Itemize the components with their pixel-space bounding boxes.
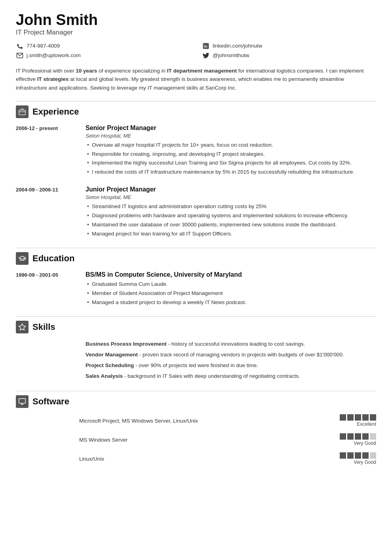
exp-bullets-1: Oversaw all major hospital IT projects f… xyxy=(86,141,376,177)
skills-icon xyxy=(16,321,29,333)
exp-bullet-2-4: Managed project for lean training for al… xyxy=(86,230,376,238)
software-title: Software xyxy=(32,396,69,407)
skill-3: Project Scheduling - over 90% of project… xyxy=(86,361,376,370)
resume-header: John Smith IT Project Manager 774-987-40… xyxy=(16,12,376,59)
dot-2-5 xyxy=(370,433,376,440)
education-icon xyxy=(16,252,29,265)
edu-bullet-1-1: Graduated Summa Cum Laude. xyxy=(86,280,376,289)
exp-entry-2: 2004-09 - 2006-11 Junior Project Manager… xyxy=(16,186,376,239)
contact-phone: 774-987-4009 xyxy=(16,42,190,50)
dot-2-4 xyxy=(362,433,369,440)
dot-3-3 xyxy=(355,452,361,459)
skill-desc-4: - background in IT Sales with deep under… xyxy=(123,373,300,379)
job-title: IT Project Manager xyxy=(16,29,376,36)
education-header: Education xyxy=(16,248,376,265)
dot-3-2 xyxy=(347,452,354,459)
edu-date-1: 1996-09 - 2001-05 xyxy=(16,271,79,308)
exp-bullet-2-1: Streamlined IT logistics and administrat… xyxy=(86,203,376,211)
dot-1-2 xyxy=(347,414,354,421)
software-name-2: MS Windows Server xyxy=(79,437,340,443)
education-section: Education 1996-09 - 2001-05 BS/MS in Com… xyxy=(16,248,376,308)
skill-desc-2: - proven track record of managing vendor… xyxy=(138,352,344,358)
rating-label-3: Very Good xyxy=(354,459,376,465)
skills-title: Skills xyxy=(32,322,55,332)
exp-entry-1: 2006-12 - present Senior Project Manager… xyxy=(16,124,376,178)
rating-label-2: Very Good xyxy=(354,440,376,446)
software-rating-1: Excellent xyxy=(340,414,376,427)
experience-icon xyxy=(16,105,29,118)
svg-rect-3 xyxy=(19,110,26,115)
exp-bullet-1-2: Responsible for creating, improving, and… xyxy=(86,150,376,159)
contact-grid: 774-987-4009 in linkedin.com/johnutw j.s… xyxy=(16,42,376,59)
software-row-3: Linux/Unix Very Good xyxy=(16,452,376,465)
software-row-2: MS Windows Server Very Good xyxy=(16,433,376,446)
phone-icon xyxy=(16,42,24,50)
linkedin-text: linkedin.com/johnutw xyxy=(213,43,262,49)
skills-list: Business Process Improvement - history o… xyxy=(86,340,376,383)
exp-bullet-2-3: Maintained the user database of over 300… xyxy=(86,221,376,229)
exp-company-1: Seton Hospital, ME xyxy=(86,133,376,139)
exp-bullet-2-2: Diagnosed problems with hardware and ope… xyxy=(86,212,376,220)
software-row-1: Microsoft Project, MS Windows Server, Li… xyxy=(16,414,376,427)
contact-email: j.smith@uptowork.com xyxy=(16,52,190,59)
skill-name-4: Sales Analysis xyxy=(86,373,123,379)
dot-1-4 xyxy=(362,414,369,421)
software-header: Software xyxy=(16,391,376,408)
dot-3-1 xyxy=(340,452,346,459)
edu-bullet-1-3: Managed a student project to develop a w… xyxy=(86,299,376,307)
experience-title: Experience xyxy=(32,107,79,117)
dot-3-4 xyxy=(362,452,369,459)
software-name-1: Microsoft Project, MS Windows Server, Li… xyxy=(79,418,340,424)
email-icon xyxy=(16,52,24,59)
exp-bullet-1-3: Implemented the highly successful Lean T… xyxy=(86,159,376,167)
skill-4: Sales Analysis - background in IT Sales … xyxy=(86,372,376,381)
software-section: Software Microsoft Project, MS Windows S… xyxy=(16,391,376,465)
exp-bullets-2: Streamlined IT logistics and administrat… xyxy=(86,203,376,238)
linkedin-icon: in xyxy=(202,42,210,50)
software-rating-3: Very Good xyxy=(340,452,376,465)
exp-date-1: 2006-12 - present xyxy=(16,124,79,178)
twitter-text: @johnsmithutw xyxy=(213,52,249,58)
skill-desc-3: - over 90% of projects led were finished… xyxy=(134,362,258,368)
exp-role-2: Junior Project Manager xyxy=(86,186,376,193)
dot-2-2 xyxy=(347,433,354,440)
rating-dots-2 xyxy=(340,433,376,440)
svg-rect-5 xyxy=(19,399,26,404)
summary-text: IT Professional with over 10 years of ex… xyxy=(16,67,376,92)
contact-linkedin: in linkedin.com/johnutw xyxy=(202,42,376,50)
twitter-icon xyxy=(202,52,210,59)
rating-label-1: Excellent xyxy=(357,421,376,427)
rating-dots-1 xyxy=(340,414,376,421)
rating-dots-3 xyxy=(340,452,376,459)
contact-twitter: @johnsmithutw xyxy=(202,52,376,59)
skill-desc-1: - history of successful innovations lead… xyxy=(167,341,305,347)
skill-name-3: Project Scheduling xyxy=(86,362,134,368)
exp-bullet-1-4: I reduced the costs of IT infrastructure… xyxy=(86,168,376,176)
experience-header: Experience xyxy=(16,101,376,118)
education-title: Education xyxy=(32,253,74,264)
svg-text:in: in xyxy=(204,44,207,48)
exp-details-1: Senior Project Manager Seton Hospital, M… xyxy=(86,124,376,178)
exp-company-2: Seton Hospital, ME xyxy=(86,194,376,200)
dot-2-1 xyxy=(340,433,346,440)
software-name-3: Linux/Unix xyxy=(79,456,340,462)
skill-name-2: Vendor Management xyxy=(86,352,138,358)
edu-entry-1: 1996-09 - 2001-05 BS/MS in Computer Scie… xyxy=(16,271,376,308)
email-text: j.smith@uptowork.com xyxy=(27,52,81,58)
exp-date-2: 2004-09 - 2006-11 xyxy=(16,186,79,239)
dot-1-5 xyxy=(370,414,376,421)
skill-name-1: Business Process Improvement xyxy=(86,341,167,347)
dot-1-3 xyxy=(355,414,361,421)
skills-section: Skills Business Process Improvement - hi… xyxy=(16,316,376,383)
dot-1-1 xyxy=(340,414,346,421)
software-rating-2: Very Good xyxy=(340,433,376,446)
exp-role-1: Senior Project Manager xyxy=(86,124,376,132)
dot-3-5 xyxy=(370,452,376,459)
exp-details-2: Junior Project Manager Seton Hospital, M… xyxy=(86,186,376,239)
skills-content: Business Process Improvement - history o… xyxy=(16,340,376,383)
phone-text: 774-987-4009 xyxy=(27,43,60,49)
full-name: John Smith xyxy=(16,12,376,29)
skills-header: Skills xyxy=(16,316,376,333)
edu-details-1: BS/MS in Computer Science, University of… xyxy=(86,271,376,308)
edu-bullet-1-2: Member of Student Association of Project… xyxy=(86,289,376,298)
